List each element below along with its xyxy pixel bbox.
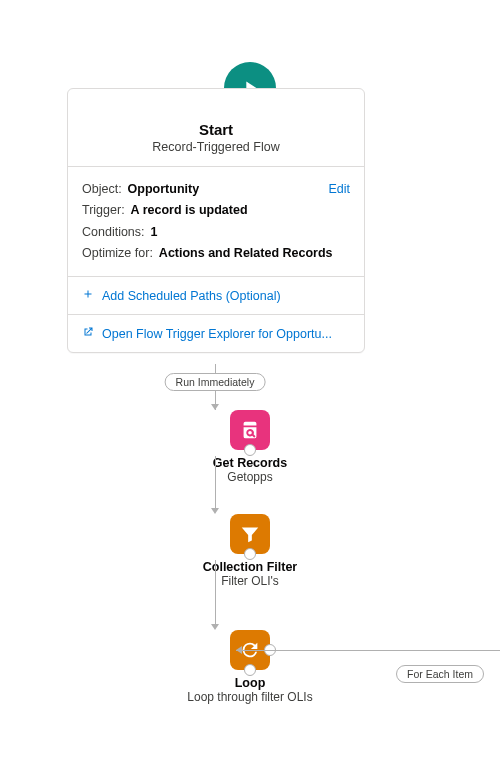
- node-label: Filter OLI's: [170, 574, 330, 589]
- start-card-body: Object: Opportunity Edit Trigger: A reco…: [68, 166, 364, 276]
- open-flow-trigger-explorer-row[interactable]: Open Flow Trigger Explorer for Opportu..…: [68, 314, 364, 352]
- filter-icon: [230, 514, 270, 554]
- object-value: Opportunity: [128, 179, 200, 200]
- start-card[interactable]: Start Record-Triggered Flow Object: Oppo…: [67, 88, 365, 353]
- conditions-value: 1: [151, 222, 158, 243]
- connector-line: [215, 456, 216, 512]
- trigger-label: Trigger:: [82, 200, 125, 221]
- optimize-label: Optimize for:: [82, 243, 153, 264]
- start-title: Start: [80, 121, 352, 138]
- node-collection-filter[interactable]: Collection Filter Filter OLI's: [170, 514, 330, 589]
- plus-icon: [82, 288, 94, 303]
- connector-dot: [244, 548, 256, 560]
- connector-dot: [244, 444, 256, 456]
- node-type-label: Loop: [170, 676, 330, 690]
- node-type-label: Get Records: [170, 456, 330, 470]
- arrow-left-icon: [236, 646, 242, 654]
- trigger-value: A record is updated: [131, 200, 248, 221]
- node-type-label: Collection Filter: [170, 560, 330, 574]
- open-flow-trigger-explorer-label: Open Flow Trigger Explorer for Opportu..…: [102, 327, 332, 341]
- connector-line: [215, 560, 216, 628]
- optimize-value: Actions and Related Records: [159, 243, 333, 264]
- node-label: Loop through filter OLIs: [170, 690, 330, 705]
- start-subtitle: Record-Triggered Flow: [80, 140, 352, 154]
- get-records-icon: [230, 410, 270, 450]
- node-get-records[interactable]: Get Records Getopps: [170, 410, 330, 485]
- add-scheduled-paths-label: Add Scheduled Paths (Optional): [102, 289, 281, 303]
- run-immediately-badge: Run Immediately: [165, 373, 266, 391]
- connector-dot: [244, 664, 256, 676]
- for-each-item-badge: For Each Item: [396, 665, 484, 683]
- start-card-header: Start Record-Triggered Flow: [68, 89, 364, 166]
- add-scheduled-paths-row[interactable]: Add Scheduled Paths (Optional): [68, 276, 364, 314]
- edit-link[interactable]: Edit: [328, 179, 350, 200]
- object-label: Object:: [82, 179, 122, 200]
- node-label: Getopps: [170, 470, 330, 485]
- connector-line: [236, 650, 500, 651]
- node-loop[interactable]: Loop Loop through filter OLIs: [170, 630, 330, 705]
- conditions-label: Conditions:: [82, 222, 145, 243]
- open-external-icon: [82, 326, 94, 341]
- flow-canvas: Start Record-Triggered Flow Object: Oppo…: [0, 0, 500, 779]
